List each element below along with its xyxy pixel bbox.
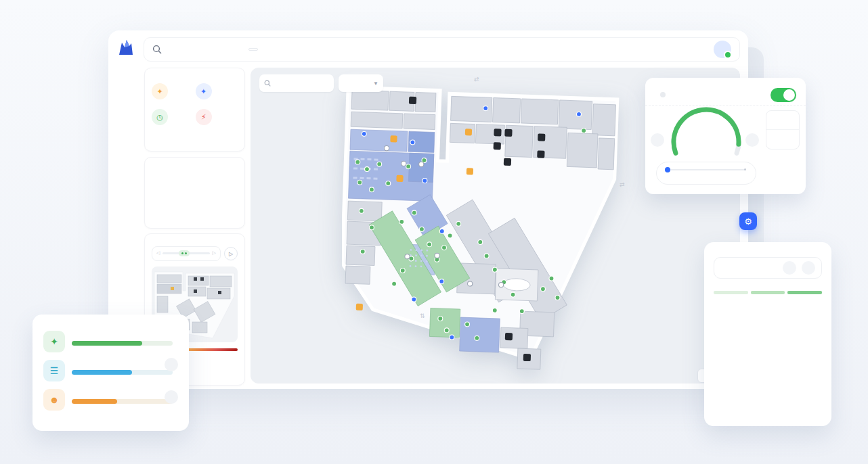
- stat-energy: ⚡: [196, 109, 238, 125]
- temp-plus-button[interactable]: [745, 133, 759, 147]
- compare-row-lighting: ✦: [43, 331, 178, 352]
- ac-status-badge: [660, 92, 668, 97]
- prev-month-button[interactable]: [783, 261, 796, 275]
- device-search-input[interactable]: [274, 80, 328, 87]
- slider-track[interactable]: [162, 252, 209, 254]
- mode-selector: [766, 110, 800, 149]
- stat-total-lights: ✦: [152, 83, 194, 99]
- month-selector: [714, 257, 822, 279]
- clock-icon: ◷: [152, 109, 168, 125]
- vs-badge: [165, 358, 178, 371]
- mode-cool-button[interactable]: [766, 111, 799, 130]
- entrance-arrow-icon: ⇄: [620, 181, 625, 188]
- logo-icon: [115, 37, 135, 58]
- temp-minus-button[interactable]: [651, 133, 664, 147]
- stat-lights-on: ✦: [196, 83, 238, 99]
- set-temp-value: [661, 132, 751, 153]
- fan-speed-slider: [656, 162, 756, 185]
- floor-plan[interactable]: [342, 87, 633, 371]
- power-toggle[interactable]: [771, 88, 796, 102]
- bulb-on-icon: ✦: [196, 83, 212, 99]
- ac-control-card: [645, 78, 806, 194]
- slider-handle[interactable]: [179, 250, 190, 256]
- compare-row-presence: ☻: [43, 389, 178, 411]
- app-logo[interactable]: [115, 37, 135, 58]
- ac-vent-icon: ☰: [43, 360, 65, 381]
- compare-row-ac: ☰: [43, 360, 178, 381]
- device-compare-card: ✦ ☰ ☻: [32, 315, 189, 431]
- bulb-icon: ✦: [152, 83, 168, 99]
- vs-badge: [165, 390, 178, 404]
- search-shortcut-badge: [248, 48, 258, 51]
- presence-scan-icon: ☻: [43, 389, 65, 411]
- building-selector[interactable]: ▼: [339, 74, 383, 92]
- lighting-stats: ✦ ✦ ◷ ⚡: [152, 83, 238, 125]
- time-slider: ◁ ▷: [152, 246, 221, 261]
- fan-track[interactable]: [666, 169, 746, 170]
- fan-tick: [744, 168, 746, 170]
- slider-prev-icon[interactable]: ◁: [156, 250, 160, 256]
- usage-frequency-card: [704, 242, 831, 426]
- energy-bar-chart: [152, 161, 238, 209]
- entrance-arrow-icon: ⇅: [420, 312, 425, 319]
- user-avatar[interactable]: [714, 41, 731, 58]
- gear-icon: ⚙: [744, 216, 752, 227]
- bulb-icon: ✦: [43, 331, 65, 352]
- entrance-arrow-icon: ⇄: [474, 76, 479, 83]
- floor-settings-button[interactable]: ⚙: [739, 212, 757, 230]
- global-search-input[interactable]: [167, 45, 248, 55]
- y-axis-ticks: [152, 167, 165, 209]
- slider-next-icon[interactable]: ▷: [213, 250, 216, 256]
- play-button[interactable]: ▷: [224, 247, 238, 260]
- mode-heat-button[interactable]: [766, 130, 799, 149]
- flash-icon: ⚡: [196, 109, 212, 125]
- stat-on-duration: ◷: [152, 109, 194, 125]
- top-search-bar: [144, 37, 740, 62]
- chevron-down-icon: ▼: [373, 80, 378, 87]
- status-dot: [660, 92, 666, 97]
- next-month-button[interactable]: [802, 261, 815, 275]
- energy-trend-card: [144, 157, 245, 229]
- device-search-box: [259, 74, 334, 92]
- fan-slider-handle[interactable]: [665, 167, 670, 172]
- lighting-overview-card: ✦ ✦ ◷ ⚡: [144, 68, 245, 152]
- search-icon: [264, 80, 271, 87]
- frequency-legend-bars: [714, 291, 822, 294]
- search-icon: [152, 45, 162, 54]
